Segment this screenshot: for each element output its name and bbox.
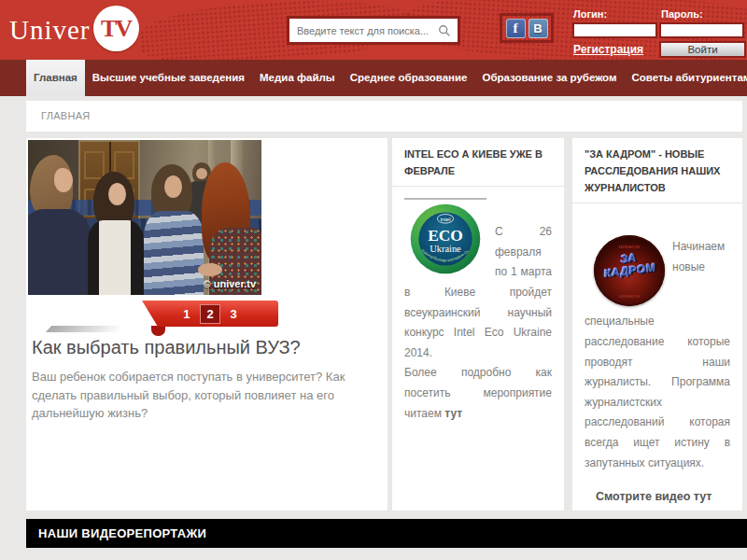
search-box bbox=[287, 16, 460, 45]
watch-video-link[interactable]: Смотрите видео тут bbox=[596, 486, 730, 508]
search-input[interactable] bbox=[289, 25, 438, 36]
nav-item-glavnaya[interactable]: Главная bbox=[26, 60, 85, 96]
password-label: Пароль: bbox=[661, 8, 703, 20]
main-nav: Главная Высшие учебные заведения Медиа ф… bbox=[0, 60, 747, 96]
breadcrumb: ГЛАВНАЯ bbox=[26, 101, 742, 132]
breadcrumb-label: ГЛАВНАЯ bbox=[41, 110, 91, 121]
eco-ukraine-logo[interactable]: intel ECO Ukraine National Ecology and N… bbox=[404, 198, 486, 278]
featured-photo[interactable]: © univer.tv bbox=[28, 140, 261, 295]
login-label: Логин: bbox=[573, 8, 607, 20]
photo-student-2 bbox=[86, 172, 146, 295]
featured-article-description: Ваш ребенок собирается поступать в униве… bbox=[32, 368, 349, 423]
site-header: Univer TV f В Логин: Пароль: Регистрация… bbox=[0, 0, 747, 60]
search-icon[interactable] bbox=[438, 24, 451, 37]
za-kadrom-logo-text: ЗА КАДРОМ bbox=[593, 249, 667, 282]
nav-item-media[interactable]: Медиа файлы bbox=[252, 60, 343, 96]
news-zakadrom-body: univer.tv ЗА КАДРОМ univer.tv Начинаем н… bbox=[572, 203, 742, 518]
site-logo-tv-badge: TV bbox=[93, 6, 139, 51]
slider-pagination: 1 2 3 bbox=[28, 301, 187, 327]
nav-item-vuzy[interactable]: Высшие учебные заведения bbox=[85, 60, 252, 96]
register-link[interactable]: Регистрация bbox=[573, 43, 643, 56]
za-kadrom-logo-watermark-bottom: univer.tv bbox=[594, 291, 665, 301]
eco-logo-title: ECO bbox=[428, 227, 463, 245]
site-logo[interactable]: Univer TV bbox=[9, 9, 139, 51]
intel-brand-text: intel bbox=[440, 217, 450, 222]
login-button[interactable]: Войти bbox=[659, 41, 746, 58]
news-card-za-kadrom: "ЗА КАДРОМ" - НОВЫЕ РАССЛЕДОВАНИЯ НАШИХ … bbox=[572, 138, 742, 511]
pagination-ribbon: 1 2 3 bbox=[142, 301, 278, 327]
content-area: © univer.tv 1 2 3 Как выбрать правильный… bbox=[26, 138, 742, 511]
featured-article-title[interactable]: Как выбрать правильный ВУЗ? bbox=[32, 337, 386, 358]
login-input[interactable] bbox=[572, 22, 657, 38]
eco-logo-subtitle: Ukraine bbox=[430, 244, 461, 254]
news-intel-link-tut[interactable]: тут bbox=[444, 407, 462, 420]
ribbon-fold bbox=[151, 326, 165, 336]
facebook-icon[interactable]: f bbox=[506, 19, 526, 38]
news-intel-more: Более подробно как посетить мероприятие … bbox=[404, 363, 552, 424]
ribbon-shadow bbox=[46, 326, 124, 332]
za-kadrom-logo[interactable]: univer.tv ЗА КАДРОМ univer.tv bbox=[594, 235, 665, 306]
photo-speaker-red-hair bbox=[196, 162, 261, 295]
video-reports-section-header: НАШИ ВИДЕОРЕПОРТАЖИ bbox=[26, 519, 747, 548]
video-reports-title: НАШИ ВИДЕОРЕПОРТАЖИ bbox=[38, 526, 206, 540]
nav-item-za-rubezhom[interactable]: Образование за рубежом bbox=[474, 60, 624, 96]
news-card-intel-eco: INTEL ECO А КИЕВЕ УЖЕ В ФЕВРАЛЕ bbox=[392, 138, 564, 511]
photo-student-1 bbox=[28, 155, 92, 295]
nav-item-sovety[interactable]: Советы абитуриентам bbox=[624, 60, 747, 96]
news-intel-body: intel ECO Ukraine National Ecology and N… bbox=[392, 187, 564, 435]
social-links: f В bbox=[500, 13, 554, 43]
pagination-page-2-active[interactable]: 2 bbox=[200, 304, 219, 324]
nav-item-srednee[interactable]: Среднее образование bbox=[343, 60, 475, 96]
featured-article-card: © univer.tv 1 2 3 Как выбрать правильный… bbox=[26, 138, 388, 511]
site-logo-text: Univer bbox=[9, 15, 91, 46]
photo-watermark: © univer.tv bbox=[204, 278, 256, 289]
pagination-page-1[interactable]: 1 bbox=[183, 308, 190, 320]
news-zakadrom-heading[interactable]: "ЗА КАДРОМ" - НОВЫЕ РАССЛЕДОВАНИЯ НАШИХ … bbox=[572, 138, 742, 203]
pagination-page-3[interactable]: 3 bbox=[231, 308, 237, 320]
news-intel-heading[interactable]: INTEL ECO А КИЕВЕ УЖЕ В ФЕВРАЛЕ bbox=[392, 138, 564, 187]
vk-icon[interactable]: В bbox=[529, 19, 548, 38]
photo-student-3 bbox=[144, 164, 204, 295]
password-input[interactable] bbox=[659, 22, 744, 38]
